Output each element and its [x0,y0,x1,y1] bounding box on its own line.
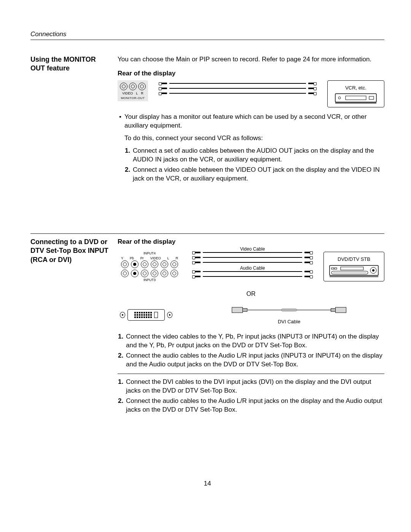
jack-label: Pb [130,256,134,260]
svg-point-8 [372,269,374,272]
rca-cables-icon [159,80,317,96]
heading-monitor-out: Using the MONITOR OUT feature [30,55,108,188]
jack-icon [161,270,168,277]
jack-label: Pr [140,256,144,260]
heading-dvd-dtv: Connecting to a DVD or DTV Set-Top Box I… [30,238,108,419]
jack-label: R [175,256,178,260]
rear-of-display-label: Rear of the display [118,69,384,78]
jack-icon [120,83,127,90]
svg-rect-9 [331,268,334,269]
svg-rect-17 [282,309,297,311]
dvi-cable-icon [194,305,384,315]
jack-icon [170,260,178,268]
section-dvd-dtv: Connecting to a DVD or DTV Set-Top Box I… [30,233,384,419]
jack-icon [170,270,178,277]
input4-title: INPUT4 [120,251,179,256]
svg-rect-10 [335,268,337,269]
jack-icon [141,270,148,277]
svg-rect-1 [346,96,366,100]
diagram-dvd-dtv: INPUT4 Y Pb Pr VIDEO L R [118,249,384,284]
divider [118,374,384,374]
step-text: Connect a video cable between the VIDEO … [132,166,384,183]
svg-rect-3 [369,96,374,99]
jack-icon [131,260,139,268]
diagram-dvi: DVI Cable [118,305,384,325]
dvi-cable-label: DVI Cable [194,318,384,325]
jack-label: VIDEO [150,256,161,260]
dvi-port-icon [118,308,175,321]
svg-rect-18 [331,308,336,312]
jack-icon [141,260,148,268]
section-monitor-out: Using the MONITOR OUT feature You can ch… [30,55,384,188]
step-text: Connect the audio cables to the Audio L/… [125,397,384,414]
monitor-out-jacks: VIDEO L R MONITOR-OUT [118,80,148,101]
svg-rect-4 [335,102,376,104]
input-panel: INPUT4 Y Pb Pr VIDEO L R [118,249,182,284]
jack-label: R [141,91,143,96]
or-label: OR [118,290,384,298]
jack-label: VIDEO [122,91,133,96]
vcr-icon [335,93,377,104]
jack-label: L [167,256,169,260]
jack-icon [129,83,137,90]
jack-icon [151,270,158,277]
jack-icon [121,270,129,277]
jack-label: L [136,91,138,96]
step-text: Connect the video cables to the Y, Pb, P… [125,332,384,350]
step-text: Connect the DVI cables to the DVI input … [125,378,384,395]
step-text: Connect a set of audio cables between th… [132,147,384,164]
diagram-monitor-out: VIDEO L R MONITOR-OUT VCR, etc. [118,80,384,108]
jack-icon [161,260,168,268]
monitor-out-title: MONITOR-OUT [120,96,146,101]
rear-of-display-label-2: Rear of the display [118,238,384,246]
todo-line: To do this, connect your second VCR as f… [124,134,384,143]
page-number: 14 [30,480,384,487]
rca-cables-icon: Video Cable Audio Cable [192,249,313,280]
vcr-label: VCR, etc. [333,85,379,91]
video-cable-label: Video Cable [240,246,265,252]
svg-rect-19 [336,307,346,313]
svg-rect-13 [330,275,378,277]
page-header: Connections [30,30,384,40]
jack-icon [131,270,139,277]
svg-rect-6 [341,267,363,270]
stb-icon [329,265,379,278]
dvd-dtv-device-box: DVD/DTV STB [323,252,384,281]
jack-icon [138,83,146,90]
jack-label: Y [121,256,123,260]
svg-rect-15 [243,308,247,312]
jack-icon [151,260,158,268]
svg-point-2 [338,97,341,99]
jack-icon [121,260,129,268]
bullet-text: Your display has a monitor out feature w… [118,113,384,130]
dvd-dtv-label: DVD/DTV STB [329,256,379,263]
audio-cable-label: Audio Cable [240,265,265,271]
svg-rect-14 [232,307,243,313]
intro-text: You can choose the Main or PIP screen to… [118,55,384,64]
vcr-device-box: VCR, etc. [327,80,384,108]
input3-title: INPUT3 [120,278,179,282]
step-text: Connect the audio cables to the Audio L/… [125,351,384,369]
